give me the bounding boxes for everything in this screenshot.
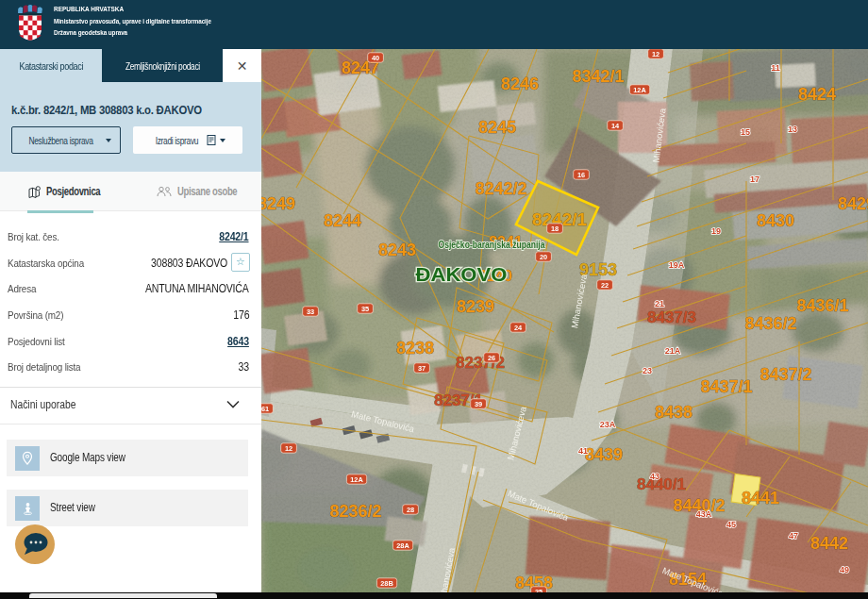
- svg-text:17: 17: [750, 175, 760, 184]
- svg-text:37: 37: [418, 364, 426, 373]
- svg-text:28: 28: [407, 506, 414, 514]
- svg-text:8244: 8244: [324, 211, 361, 230]
- svg-text:8441: 8441: [742, 489, 779, 507]
- svg-text:8424: 8424: [798, 85, 836, 104]
- svg-text:12A: 12A: [633, 86, 646, 94]
- svg-text:8246: 8246: [501, 75, 539, 93]
- svg-text:24: 24: [514, 324, 523, 332]
- svg-text:8436/2: 8436/2: [744, 314, 796, 333]
- svg-text:8440/1: 8440/1: [637, 475, 686, 493]
- svg-text:21A: 21A: [665, 346, 681, 356]
- svg-text:33: 33: [307, 308, 314, 316]
- svg-text:41: 41: [578, 446, 588, 456]
- svg-text:12: 12: [285, 444, 292, 453]
- svg-text:16: 16: [577, 171, 585, 179]
- svg-text:12: 12: [652, 50, 659, 58]
- svg-text:21: 21: [655, 299, 664, 308]
- svg-text:8437/1: 8437/1: [700, 377, 752, 396]
- svg-text:43A: 43A: [696, 509, 712, 519]
- svg-text:40: 40: [372, 54, 379, 62]
- svg-text:43: 43: [650, 472, 659, 481]
- svg-text:12A: 12A: [350, 475, 363, 484]
- svg-text:ĐAKOVO: ĐAKOVO: [416, 263, 508, 285]
- svg-text:8243: 8243: [378, 241, 416, 259]
- svg-text:8430: 8430: [757, 211, 794, 230]
- svg-text:8437/2: 8437/2: [760, 365, 811, 384]
- svg-text:26: 26: [488, 354, 495, 362]
- svg-text:8249: 8249: [261, 194, 295, 213]
- svg-text:8442: 8442: [810, 534, 848, 553]
- svg-text:61: 61: [261, 405, 269, 413]
- svg-text:23: 23: [643, 366, 652, 375]
- svg-text:Osječko-baranjska županija: Osječko-baranjska županija: [439, 239, 545, 250]
- svg-text:13: 13: [788, 125, 797, 134]
- svg-text:39: 39: [475, 400, 482, 408]
- svg-text:20: 20: [540, 253, 547, 261]
- svg-text:8236/2: 8236/2: [329, 502, 381, 521]
- svg-text:49: 49: [840, 565, 849, 574]
- svg-text:23A: 23A: [600, 420, 616, 429]
- svg-text:28A: 28A: [396, 541, 409, 550]
- svg-text:22: 22: [601, 281, 609, 290]
- svg-text:8238: 8238: [396, 339, 434, 358]
- svg-text:15: 15: [741, 127, 750, 137]
- svg-text:11: 11: [771, 63, 780, 73]
- svg-text:19: 19: [711, 226, 721, 236]
- svg-text:8429: 8429: [838, 194, 868, 213]
- svg-text:28B: 28B: [380, 579, 393, 588]
- svg-text:8245: 8245: [478, 118, 516, 137]
- svg-text:8239: 8239: [457, 297, 494, 316]
- svg-text:8342/1: 8342/1: [572, 67, 624, 86]
- svg-text:45: 45: [726, 520, 736, 529]
- svg-text:8438: 8438: [655, 403, 693, 422]
- svg-text:14: 14: [611, 122, 620, 130]
- svg-text:8439: 8439: [585, 445, 623, 464]
- svg-text:8437/3: 8437/3: [647, 308, 696, 326]
- svg-text:8436/1: 8436/1: [796, 296, 848, 315]
- svg-text:35: 35: [361, 305, 369, 313]
- svg-text:8242/2: 8242/2: [475, 179, 526, 198]
- svg-text:47: 47: [789, 531, 798, 541]
- svg-text:19A: 19A: [669, 260, 685, 270]
- svg-text:18: 18: [551, 225, 559, 233]
